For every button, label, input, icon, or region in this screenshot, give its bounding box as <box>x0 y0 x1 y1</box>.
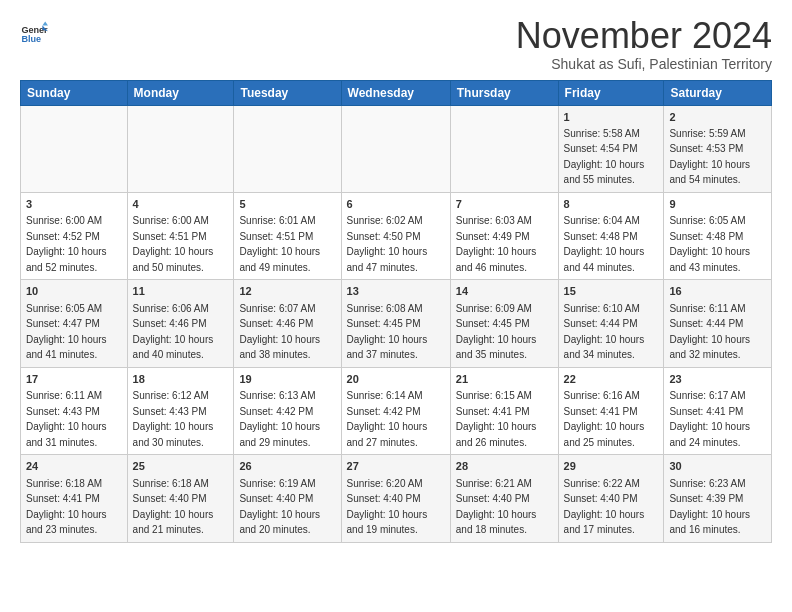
day-info: Sunrise: 6:00 AM Sunset: 4:52 PM Dayligh… <box>26 215 107 273</box>
day-info: Sunrise: 6:05 AM Sunset: 4:47 PM Dayligh… <box>26 303 107 361</box>
day-number: 18 <box>133 372 229 387</box>
logo-icon: General Blue <box>20 20 48 48</box>
day-number: 9 <box>669 197 766 212</box>
day-info: Sunrise: 6:18 AM Sunset: 4:40 PM Dayligh… <box>133 478 214 536</box>
calendar-header-row: SundayMondayTuesdayWednesdayThursdayFrid… <box>21 80 772 105</box>
day-number: 4 <box>133 197 229 212</box>
calendar-cell: 11Sunrise: 6:06 AM Sunset: 4:46 PM Dayli… <box>127 280 234 367</box>
day-info: Sunrise: 6:01 AM Sunset: 4:51 PM Dayligh… <box>239 215 320 273</box>
calendar-cell: 14Sunrise: 6:09 AM Sunset: 4:45 PM Dayli… <box>450 280 558 367</box>
title-area: November 2024 Shukat as Sufi, Palestinia… <box>516 16 772 72</box>
day-info: Sunrise: 6:21 AM Sunset: 4:40 PM Dayligh… <box>456 478 537 536</box>
day-number: 6 <box>347 197 445 212</box>
calendar-table: SundayMondayTuesdayWednesdayThursdayFrid… <box>20 80 772 543</box>
calendar-cell: 26Sunrise: 6:19 AM Sunset: 4:40 PM Dayli… <box>234 455 341 542</box>
day-info: Sunrise: 6:10 AM Sunset: 4:44 PM Dayligh… <box>564 303 645 361</box>
day-number: 21 <box>456 372 553 387</box>
day-info: Sunrise: 5:59 AM Sunset: 4:53 PM Dayligh… <box>669 128 750 186</box>
col-header-tuesday: Tuesday <box>234 80 341 105</box>
calendar-week-1: 3Sunrise: 6:00 AM Sunset: 4:52 PM Daylig… <box>21 192 772 279</box>
day-number: 11 <box>133 284 229 299</box>
col-header-sunday: Sunday <box>21 80 128 105</box>
calendar-cell: 30Sunrise: 6:23 AM Sunset: 4:39 PM Dayli… <box>664 455 772 542</box>
col-header-monday: Monday <box>127 80 234 105</box>
day-number: 26 <box>239 459 335 474</box>
calendar-cell: 28Sunrise: 6:21 AM Sunset: 4:40 PM Dayli… <box>450 455 558 542</box>
day-info: Sunrise: 6:03 AM Sunset: 4:49 PM Dayligh… <box>456 215 537 273</box>
day-number: 12 <box>239 284 335 299</box>
day-number: 20 <box>347 372 445 387</box>
day-number: 7 <box>456 197 553 212</box>
day-number: 30 <box>669 459 766 474</box>
day-info: Sunrise: 6:15 AM Sunset: 4:41 PM Dayligh… <box>456 390 537 448</box>
calendar-cell: 17Sunrise: 6:11 AM Sunset: 4:43 PM Dayli… <box>21 367 128 454</box>
day-number: 2 <box>669 110 766 125</box>
calendar-cell: 18Sunrise: 6:12 AM Sunset: 4:43 PM Dayli… <box>127 367 234 454</box>
day-info: Sunrise: 6:18 AM Sunset: 4:41 PM Dayligh… <box>26 478 107 536</box>
calendar-cell: 24Sunrise: 6:18 AM Sunset: 4:41 PM Dayli… <box>21 455 128 542</box>
day-info: Sunrise: 6:05 AM Sunset: 4:48 PM Dayligh… <box>669 215 750 273</box>
calendar-cell <box>21 105 128 192</box>
calendar-cell <box>450 105 558 192</box>
calendar-cell: 8Sunrise: 6:04 AM Sunset: 4:48 PM Daylig… <box>558 192 664 279</box>
calendar-cell: 15Sunrise: 6:10 AM Sunset: 4:44 PM Dayli… <box>558 280 664 367</box>
day-info: Sunrise: 6:11 AM Sunset: 4:44 PM Dayligh… <box>669 303 750 361</box>
day-number: 27 <box>347 459 445 474</box>
month-title: November 2024 <box>516 16 772 56</box>
col-header-saturday: Saturday <box>664 80 772 105</box>
calendar-cell: 4Sunrise: 6:00 AM Sunset: 4:51 PM Daylig… <box>127 192 234 279</box>
day-info: Sunrise: 6:19 AM Sunset: 4:40 PM Dayligh… <box>239 478 320 536</box>
calendar-cell: 6Sunrise: 6:02 AM Sunset: 4:50 PM Daylig… <box>341 192 450 279</box>
day-number: 28 <box>456 459 553 474</box>
svg-marker-3 <box>42 21 48 25</box>
day-info: Sunrise: 6:00 AM Sunset: 4:51 PM Dayligh… <box>133 215 214 273</box>
day-info: Sunrise: 6:14 AM Sunset: 4:42 PM Dayligh… <box>347 390 428 448</box>
calendar-cell: 13Sunrise: 6:08 AM Sunset: 4:45 PM Dayli… <box>341 280 450 367</box>
day-number: 23 <box>669 372 766 387</box>
col-header-thursday: Thursday <box>450 80 558 105</box>
day-info: Sunrise: 6:07 AM Sunset: 4:46 PM Dayligh… <box>239 303 320 361</box>
calendar-cell: 23Sunrise: 6:17 AM Sunset: 4:41 PM Dayli… <box>664 367 772 454</box>
calendar-cell: 20Sunrise: 6:14 AM Sunset: 4:42 PM Dayli… <box>341 367 450 454</box>
day-info: Sunrise: 6:11 AM Sunset: 4:43 PM Dayligh… <box>26 390 107 448</box>
day-info: Sunrise: 6:13 AM Sunset: 4:42 PM Dayligh… <box>239 390 320 448</box>
day-info: Sunrise: 6:12 AM Sunset: 4:43 PM Dayligh… <box>133 390 214 448</box>
day-info: Sunrise: 6:09 AM Sunset: 4:45 PM Dayligh… <box>456 303 537 361</box>
day-info: Sunrise: 6:02 AM Sunset: 4:50 PM Dayligh… <box>347 215 428 273</box>
day-number: 1 <box>564 110 659 125</box>
day-number: 25 <box>133 459 229 474</box>
calendar-cell: 5Sunrise: 6:01 AM Sunset: 4:51 PM Daylig… <box>234 192 341 279</box>
svg-text:Blue: Blue <box>21 34 41 44</box>
day-number: 19 <box>239 372 335 387</box>
calendar-cell: 29Sunrise: 6:22 AM Sunset: 4:40 PM Dayli… <box>558 455 664 542</box>
calendar-cell: 3Sunrise: 6:00 AM Sunset: 4:52 PM Daylig… <box>21 192 128 279</box>
day-number: 8 <box>564 197 659 212</box>
day-number: 13 <box>347 284 445 299</box>
day-number: 29 <box>564 459 659 474</box>
day-number: 24 <box>26 459 122 474</box>
day-info: Sunrise: 6:20 AM Sunset: 4:40 PM Dayligh… <box>347 478 428 536</box>
col-header-wednesday: Wednesday <box>341 80 450 105</box>
calendar-cell: 27Sunrise: 6:20 AM Sunset: 4:40 PM Dayli… <box>341 455 450 542</box>
calendar-cell: 10Sunrise: 6:05 AM Sunset: 4:47 PM Dayli… <box>21 280 128 367</box>
day-info: Sunrise: 6:04 AM Sunset: 4:48 PM Dayligh… <box>564 215 645 273</box>
calendar-week-4: 24Sunrise: 6:18 AM Sunset: 4:41 PM Dayli… <box>21 455 772 542</box>
day-number: 17 <box>26 372 122 387</box>
calendar-week-2: 10Sunrise: 6:05 AM Sunset: 4:47 PM Dayli… <box>21 280 772 367</box>
calendar-week-0: 1Sunrise: 5:58 AM Sunset: 4:54 PM Daylig… <box>21 105 772 192</box>
subtitle: Shukat as Sufi, Palestinian Territory <box>516 56 772 72</box>
day-info: Sunrise: 6:17 AM Sunset: 4:41 PM Dayligh… <box>669 390 750 448</box>
calendar-cell <box>234 105 341 192</box>
day-number: 15 <box>564 284 659 299</box>
calendar-cell: 21Sunrise: 6:15 AM Sunset: 4:41 PM Dayli… <box>450 367 558 454</box>
calendar-cell: 19Sunrise: 6:13 AM Sunset: 4:42 PM Dayli… <box>234 367 341 454</box>
day-info: Sunrise: 6:22 AM Sunset: 4:40 PM Dayligh… <box>564 478 645 536</box>
calendar-cell: 7Sunrise: 6:03 AM Sunset: 4:49 PM Daylig… <box>450 192 558 279</box>
day-info: Sunrise: 6:06 AM Sunset: 4:46 PM Dayligh… <box>133 303 214 361</box>
day-number: 5 <box>239 197 335 212</box>
day-number: 3 <box>26 197 122 212</box>
calendar-cell <box>127 105 234 192</box>
calendar-cell: 9Sunrise: 6:05 AM Sunset: 4:48 PM Daylig… <box>664 192 772 279</box>
logo: General Blue <box>20 20 52 48</box>
day-info: Sunrise: 6:23 AM Sunset: 4:39 PM Dayligh… <box>669 478 750 536</box>
